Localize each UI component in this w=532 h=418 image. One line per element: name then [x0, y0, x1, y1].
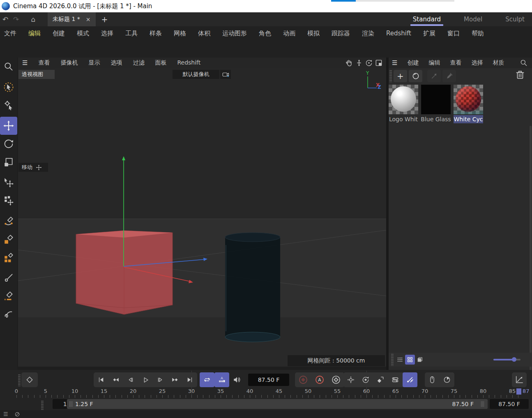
viewport-menu-item[interactable]: 查看: [38, 59, 50, 67]
material-item[interactable]: Blue Glass: [421, 85, 451, 123]
key-pla-button[interactable]: [403, 372, 417, 387]
menu-item[interactable]: Redshift: [386, 30, 411, 37]
keyframe-settings-button[interactable]: [328, 372, 344, 387]
play-mode-button[interactable]: A: [214, 372, 229, 387]
playhead-marker[interactable]: [516, 388, 521, 395]
pick-material-eyedropper-button[interactable]: [442, 70, 456, 82]
range-handle-right[interactable]: [481, 401, 484, 407]
layout-tab-sculpt[interactable]: Sculpt: [505, 12, 525, 26]
sketch-pen-button[interactable]: [0, 287, 17, 305]
prev-frame-button[interactable]: [123, 372, 138, 387]
range-end-field[interactable]: 87.50 F: [490, 399, 529, 409]
menu-item[interactable]: 角色: [259, 30, 271, 37]
autokey-button[interactable]: A: [311, 372, 328, 387]
viewport-layout-icon[interactable]: [375, 59, 383, 67]
material-name-label[interactable]: White Cyc: [454, 115, 483, 123]
key-parameters-button[interactable]: [388, 372, 403, 387]
prev-key-button[interactable]: [108, 372, 123, 387]
key-rotation-button[interactable]: [358, 372, 373, 387]
layout-tab-model[interactable]: Model: [464, 12, 482, 26]
menu-item[interactable]: 体积: [198, 30, 210, 37]
material-thumbnail[interactable]: [421, 85, 451, 114]
live-selection-button[interactable]: [0, 78, 17, 96]
spline-pen-button[interactable]: [0, 212, 17, 230]
undo-button[interactable]: ↶: [0, 15, 11, 23]
material-item[interactable]: Logo Whit: [389, 85, 418, 123]
menu-item[interactable]: 模拟: [307, 30, 320, 37]
menu-item[interactable]: 选择: [101, 30, 113, 37]
layer-view-icon[interactable]: [415, 355, 425, 365]
material-name-label[interactable]: Blue Glass: [421, 115, 451, 123]
viewport-menu-item[interactable]: 选项: [111, 59, 122, 67]
range-handle-left[interactable]: [69, 401, 73, 407]
move-tool-button[interactable]: [0, 117, 17, 135]
add-material-button[interactable]: +: [394, 70, 407, 82]
search-tool-button[interactable]: [0, 58, 17, 76]
material-scrollbar[interactable]: [530, 126, 532, 409]
pan-hand-icon[interactable]: [345, 59, 353, 67]
goto-start-button[interactable]: [94, 372, 108, 387]
material-item[interactable]: White Cyc: [454, 85, 483, 123]
scale-tool-button[interactable]: [0, 153, 17, 171]
menu-item[interactable]: 模式: [77, 30, 89, 37]
next-key-button[interactable]: [168, 372, 182, 387]
range-scrollbar[interactable]: 1.25 F 87.50 F: [67, 399, 488, 409]
layout-tab-standard[interactable]: Standard: [413, 12, 441, 26]
add-keyframe-button[interactable]: [21, 372, 38, 387]
menu-item[interactable]: 跟踪器: [332, 30, 350, 37]
list-view-icon[interactable]: [395, 355, 405, 365]
material-hamburger-icon[interactable]: ☰: [392, 59, 397, 67]
viewport-menu-item[interactable]: 面板: [155, 59, 166, 67]
record-keyframe-button[interactable]: [295, 372, 311, 387]
cube-object[interactable]: [76, 231, 173, 314]
material-menu-item[interactable]: 创建: [407, 59, 419, 67]
loop-playback-button[interactable]: [200, 372, 214, 387]
menu-item[interactable]: 窗口: [447, 30, 460, 37]
home-button[interactable]: ⌂: [28, 15, 39, 23]
material-name-label[interactable]: Logo Whit: [389, 115, 418, 123]
material-menu-item[interactable]: 材质: [493, 59, 504, 67]
viewport-menu-item[interactable]: Redshift: [177, 59, 200, 67]
menu-item[interactable]: 编辑: [28, 30, 41, 37]
viewport-menu-item[interactable]: 显示: [88, 59, 100, 67]
viewport-hamburger-icon[interactable]: ☰: [22, 59, 28, 67]
spline-sketch-button[interactable]: [0, 305, 17, 323]
menu-item[interactable]: 扩展: [423, 30, 435, 37]
new-material-ball-button[interactable]: [409, 70, 422, 82]
cylinder-object[interactable]: [225, 233, 280, 342]
menu-item[interactable]: 运动图形: [222, 30, 247, 37]
bottom-hamburger-icon[interactable]: ☰: [3, 411, 8, 417]
close-tab-icon[interactable]: ×: [86, 16, 91, 23]
viewport-menu-item[interactable]: 摄像机: [60, 59, 78, 67]
menu-item[interactable]: 帮助: [472, 30, 484, 37]
rotate-tool-button[interactable]: [0, 135, 17, 153]
material-menu-item[interactable]: 编辑: [428, 59, 440, 67]
key-scale-button[interactable]: [373, 372, 388, 387]
material-toolbar-grip[interactable]: [389, 70, 392, 82]
timeline-grip[interactable]: [18, 374, 21, 386]
camera-label[interactable]: 默认摄像机: [173, 70, 219, 79]
tweak-tool-button[interactable]: [0, 96, 17, 114]
thumbnail-size-slider[interactable]: [493, 359, 520, 360]
mouse-record-button[interactable]: [425, 372, 440, 387]
view-label[interactable]: 透视视图: [18, 70, 55, 79]
material-view-grip[interactable]: [391, 353, 394, 366]
open-timeline-button[interactable]: [512, 372, 527, 387]
next-frame-button[interactable]: [153, 372, 168, 387]
primitive-pen-button[interactable]: [0, 248, 17, 266]
menu-item[interactable]: 样条: [150, 30, 162, 37]
material-thumbnail[interactable]: [454, 85, 483, 114]
material-thumbnail[interactable]: [389, 85, 418, 114]
material-menu-item[interactable]: 查看: [450, 59, 461, 67]
timeline-ruler[interactable]: 0510152025303540455055606570758085 87: [0, 388, 532, 398]
key-position-button[interactable]: [343, 372, 358, 387]
menu-item[interactable]: 动画: [283, 30, 295, 37]
slider-knob[interactable]: [512, 357, 516, 362]
mouse-rotate-button[interactable]: [440, 372, 454, 387]
delete-material-trash-icon[interactable]: [515, 69, 528, 83]
document-tab[interactable]: 未标题 1 * ×: [48, 12, 96, 26]
sound-button[interactable]: [229, 372, 244, 387]
menu-item[interactable]: 工具: [125, 30, 138, 37]
redo-button[interactable]: ↷: [11, 15, 21, 23]
menu-item[interactable]: 网格: [174, 30, 186, 37]
